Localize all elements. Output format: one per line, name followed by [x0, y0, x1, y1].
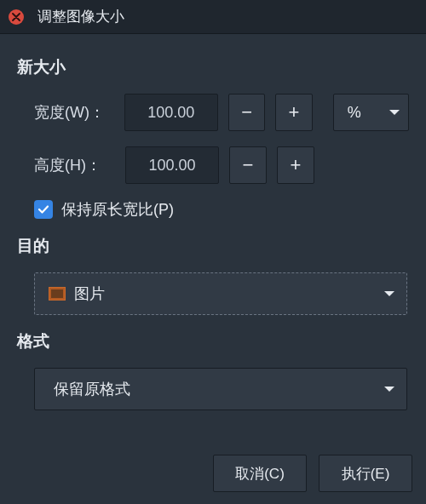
chevron-down-icon	[384, 387, 394, 392]
aspect-ratio-checkbox[interactable]	[34, 200, 53, 219]
aspect-ratio-row: 保持原长宽比(P)	[34, 199, 409, 220]
execute-button[interactable]: 执行(E)	[319, 455, 412, 492]
chevron-down-icon	[389, 110, 400, 115]
section-target-heading: 目的	[17, 235, 409, 257]
dialog-footer: 取消(C) 执行(E)	[213, 455, 412, 492]
format-select[interactable]: 保留原格式	[34, 368, 407, 410]
height-input[interactable]	[125, 146, 219, 184]
section-format-heading: 格式	[17, 330, 409, 352]
target-select[interactable]: 图片	[34, 272, 407, 315]
aspect-ratio-label: 保持原长宽比(P)	[61, 199, 174, 220]
close-icon	[12, 13, 20, 21]
width-input[interactable]	[124, 94, 218, 131]
width-label: 宽度(W)：	[34, 102, 114, 123]
dialog-title: 调整图像大小	[37, 7, 124, 26]
section-new-size-heading: 新大小	[17, 56, 409, 78]
height-decrement-button[interactable]: −	[229, 146, 267, 184]
cancel-button[interactable]: 取消(C)	[213, 455, 307, 492]
width-increment-button[interactable]: +	[275, 94, 312, 131]
title-bar: 调整图像大小	[0, 0, 426, 34]
picture-icon	[49, 287, 66, 301]
width-row: 宽度(W)： − + %	[34, 94, 409, 131]
width-decrement-button[interactable]: −	[228, 94, 265, 131]
height-increment-button[interactable]: +	[277, 146, 314, 184]
format-select-label: 保留原格式	[49, 379, 130, 399]
chevron-down-icon	[384, 291, 394, 296]
height-label: 高度(H)：	[34, 155, 115, 175]
close-button[interactable]	[9, 9, 24, 25]
check-icon	[37, 203, 49, 215]
unit-select[interactable]: %	[333, 94, 409, 131]
unit-select-label: %	[348, 104, 361, 122]
height-row: 高度(H)： − +	[34, 146, 409, 184]
target-select-label: 图片	[74, 284, 105, 304]
